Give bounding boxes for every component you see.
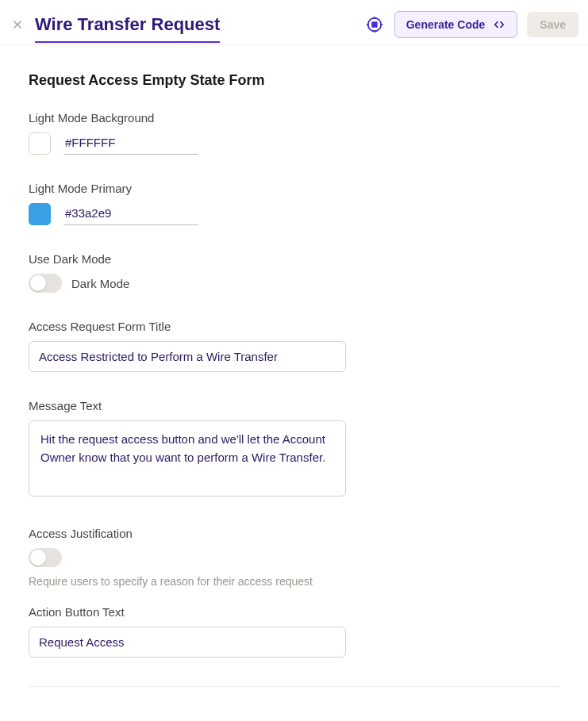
- justification-help: Require users to specify a reason for th…: [29, 575, 559, 588]
- page-title: Wire Transfer Request: [35, 14, 220, 43]
- code-icon: [493, 18, 505, 31]
- form-title-field: Access Request Form Title: [29, 320, 559, 372]
- action-button-field: Action Button Text: [29, 605, 559, 658]
- chip-icon[interactable]: [366, 16, 383, 33]
- dark-mode-toggle-label: Dark Mode: [71, 277, 129, 290]
- light-bg-swatch[interactable]: [29, 132, 51, 155]
- light-primary-swatch[interactable]: [29, 203, 51, 225]
- message-field: Message Text: [29, 399, 559, 500]
- justification-toggle[interactable]: [29, 548, 62, 567]
- dark-mode-toggle[interactable]: [29, 274, 62, 293]
- light-primary-input[interactable]: [63, 203, 198, 225]
- action-button-input[interactable]: [29, 627, 346, 658]
- dark-mode-section-label: Use Dark Mode: [29, 252, 559, 266]
- justification-field: Access Justification Require users to sp…: [29, 527, 559, 588]
- divider: [29, 686, 559, 687]
- light-primary-label: Light Mode Primary: [29, 182, 559, 195]
- close-icon[interactable]: [10, 17, 25, 33]
- dark-mode-field: Use Dark Mode Dark Mode: [29, 252, 559, 293]
- message-label: Message Text: [29, 399, 559, 412]
- message-textarea[interactable]: [29, 420, 346, 497]
- content: Request Access Empty State Form Light Mo…: [0, 45, 588, 706]
- light-bg-label: Light Mode Background: [29, 111, 559, 125]
- justification-label: Access Justification: [29, 527, 559, 540]
- form-title-input[interactable]: [29, 341, 346, 372]
- section-title: Request Access Empty State Form: [29, 72, 559, 89]
- light-primary-field: Light Mode Primary: [29, 182, 559, 225]
- action-button-label: Action Button Text: [29, 605, 559, 619]
- light-bg-field: Light Mode Background: [29, 111, 559, 155]
- form-title-label: Access Request Form Title: [29, 320, 559, 333]
- save-label: Save: [540, 18, 566, 31]
- header: Wire Transfer Request Generate Code Save: [0, 0, 588, 45]
- light-bg-input[interactable]: [63, 132, 198, 155]
- save-button[interactable]: Save: [527, 12, 578, 37]
- generate-code-button[interactable]: Generate Code: [394, 11, 518, 38]
- svg-rect-3: [371, 21, 377, 27]
- generate-code-label: Generate Code: [406, 18, 486, 31]
